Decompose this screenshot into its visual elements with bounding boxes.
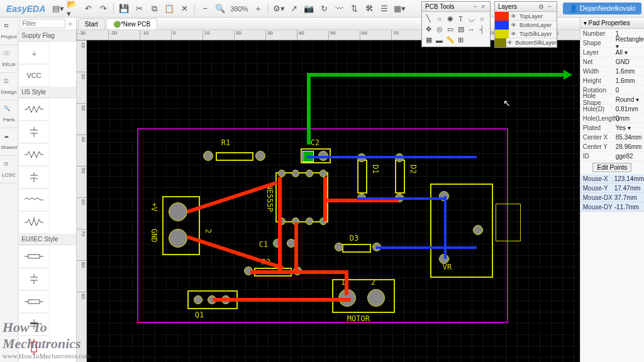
chip-icon[interactable]: ▦▾ (393, 3, 406, 15)
pad-ic-4[interactable] (319, 170, 327, 177)
minimize-icon[interactable]: − (546, 3, 553, 10)
pad-q1-1[interactable] (194, 295, 203, 304)
silk-ne555[interactable] (275, 172, 328, 222)
lib-cell-cap-eu[interactable] (18, 268, 50, 290)
lib-cell-ind[interactable] (18, 143, 50, 166)
trace-b2[interactable] (357, 197, 445, 200)
via-tool-icon[interactable]: ◉ (445, 13, 455, 24)
circle-tool-icon[interactable]: ○ (477, 13, 487, 24)
chevron-down-icon[interactable]: ▾ (636, 96, 639, 103)
lib-cell-polcap-eu[interactable] (18, 313, 50, 336)
pad-motor-2[interactable] (367, 289, 385, 307)
filter-input[interactable] (19, 19, 65, 28)
eye-icon[interactable]: 👁 (509, 22, 518, 28)
layer-row[interactable]: 👁TopSilkLayer (495, 30, 557, 38)
lib-cell-gnd[interactable]: ⏚ (18, 41, 50, 64)
prop-value[interactable]: Yes ▾ (614, 124, 644, 131)
save-icon[interactable]: 💾 (118, 3, 130, 15)
silk-d2[interactable] (395, 160, 405, 194)
prop-value[interactable]: Round ▾ (614, 96, 644, 103)
side-tab-lcsc[interactable]: ◷LCSC (0, 156, 18, 184)
pad-ic-2[interactable] (292, 170, 299, 177)
redo-icon[interactable]: ↷ (97, 3, 109, 15)
zoom-out-icon[interactable]: − (199, 3, 211, 15)
silk-r1[interactable] (216, 152, 253, 161)
side-tab-shared[interactable]: ☁Shared (0, 128, 18, 156)
side-tab-project[interactable]: 🗀Project (0, 18, 18, 45)
trace-r9[interactable] (345, 270, 348, 295)
trace-b4[interactable] (376, 246, 477, 249)
close-icon[interactable]: × (479, 3, 487, 10)
layer-row[interactable]: 👁BottomLayer (495, 21, 557, 30)
lib-cell-resistor[interactable] (18, 98, 50, 121)
text-tool-icon[interactable]: T (455, 13, 466, 24)
chevron-down-icon[interactable]: ▾ (625, 49, 628, 56)
paste-icon[interactable]: 📋 (163, 3, 175, 15)
pad-ic-3[interactable] (306, 170, 313, 177)
lib-cell-res-eu[interactable] (18, 245, 50, 268)
side-tab-eelib[interactable]: ⌷⌷EELib (0, 45, 18, 73)
pad-r1-2[interactable] (255, 151, 265, 161)
refresh-icon[interactable]: ↻ (318, 3, 330, 15)
camera-icon[interactable]: 📷 (303, 3, 315, 15)
trace-r4[interactable] (213, 298, 351, 302)
solid-tool-icon[interactable]: ▬ (434, 35, 445, 45)
tab-new-pcb[interactable]: 🟢*New PCB (106, 18, 157, 30)
measure-tool-icon[interactable]: 📏 (445, 35, 455, 45)
dim-tool-icon[interactable]: ↔ (466, 24, 477, 35)
pcb-canvas[interactable]: +V GND 1 2 R1 C2 NE555P (87, 40, 580, 362)
tools-icon[interactable]: 🛠 (363, 3, 375, 15)
clear-filter-icon[interactable]: × (65, 20, 74, 28)
prop-value[interactable]: Rectangle ▾ (614, 36, 644, 50)
pcb-tools-panel[interactable]: PCB Tools−× ╲ ○ ◉ T ◡ ○ ✥ ◎ ▭ ▧ ↔ ┤ ▦ ▬ … (421, 1, 491, 47)
copy-icon[interactable]: ⧉ (148, 3, 160, 15)
minimize-icon[interactable]: − (472, 3, 479, 10)
eye-icon[interactable]: 👁 (509, 31, 518, 37)
prop-value[interactable]: 85.34mm (614, 134, 644, 141)
move-tool-icon[interactable]: ✥ (423, 24, 434, 35)
trace-r7[interactable] (294, 222, 298, 273)
lib-cell-coil[interactable] (18, 189, 50, 211)
pad-tool-icon[interactable]: ○ (434, 13, 445, 24)
delete-icon[interactable]: ✕ (178, 3, 191, 15)
connect-tool-icon[interactable]: ┤ (477, 24, 487, 35)
pad-vr-2[interactable] (473, 225, 483, 235)
user-button[interactable]: 👤 DejanNedelkovski (563, 3, 641, 14)
wave-icon[interactable]: 〰 (333, 3, 345, 15)
cut-icon[interactable]: ✂ (133, 3, 145, 15)
edit-points-button[interactable]: Edit Points (592, 163, 631, 172)
lib-cell-pot-eu[interactable] (18, 358, 50, 362)
silk-d3[interactable] (342, 244, 371, 253)
hole-tool-icon[interactable]: ◎ (434, 24, 445, 35)
prop-value[interactable]: GND (614, 58, 644, 65)
lib-cell-vcc[interactable]: VCC (18, 64, 50, 87)
prop-value[interactable]: All ▾ (614, 49, 644, 56)
trace-b1[interactable] (307, 156, 477, 158)
pad-d3-1[interactable] (335, 243, 343, 251)
pad-r1-1[interactable] (203, 151, 213, 161)
group-tool-icon[interactable]: ⊞ (455, 35, 466, 45)
pad-ic-7[interactable] (306, 217, 313, 225)
zoom-level[interactable]: 380% (229, 5, 249, 13)
side-tab-design[interactable]: ◫Design (0, 73, 18, 101)
layer-row[interactable]: 👁BottomSilkLayer (495, 38, 557, 47)
file-menu-icon[interactable]: ▤▾ (52, 3, 64, 15)
share-icon[interactable]: ↗ (287, 3, 300, 15)
rect-tool-icon[interactable]: ▭ (445, 24, 455, 35)
prop-value[interactable]: 0mm (614, 115, 644, 122)
prop-value[interactable]: gge82 (614, 153, 644, 160)
lib-cell-cap[interactable] (18, 121, 50, 143)
prop-value[interactable]: 1.6mm (614, 68, 644, 75)
pad-power-2[interactable] (169, 229, 187, 248)
zoom-in-icon[interactable]: ＋ (252, 3, 264, 15)
silk-vr-body[interactable] (496, 204, 521, 241)
undo-icon[interactable]: ↶ (82, 3, 94, 15)
trace-top[interactable] (307, 73, 565, 77)
list-icon[interactable]: ☰ (378, 3, 391, 15)
open-icon[interactable]: 📂▾ (67, 3, 79, 15)
tab-start[interactable]: Start (78, 18, 105, 30)
trace-r8[interactable] (250, 270, 345, 274)
trace-r3[interactable] (278, 177, 282, 272)
zoom-fit-icon[interactable]: 🔍 (214, 3, 226, 15)
side-tab-parts[interactable]: 🔍Parts (0, 101, 18, 128)
